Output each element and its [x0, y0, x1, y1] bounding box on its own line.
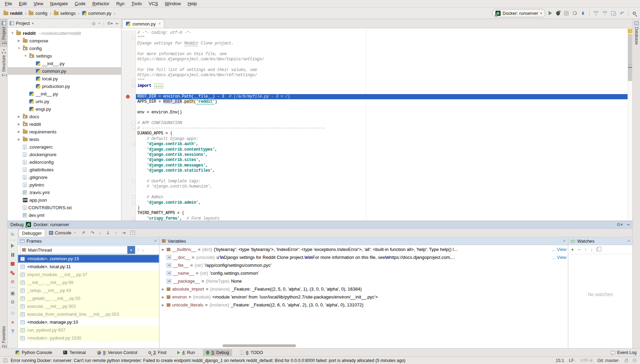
- fold-toggle-icon[interactable]: −: [132, 127, 135, 130]
- code-line[interactable]: − 'django.contrib.auth',: [121, 142, 628, 147]
- chevron-down-icon[interactable]: ▾: [32, 21, 33, 25]
- editor-gutter[interactable]: [121, 115, 136, 120]
- undo-icon[interactable]: ↶: [620, 11, 624, 16]
- editor-gutter[interactable]: [121, 104, 136, 110]
- editor-gutter[interactable]: [121, 110, 136, 115]
- variable-row[interactable]: ▶__builtins__ = {dict}{'bytearray': <typ…: [159, 245, 568, 253]
- tree-item--dockerignore[interactable]: .dockerignore: [8, 151, 121, 158]
- evaluate-expression-icon[interactable]: [130, 231, 135, 235]
- float-panel-icon[interactable]: ↗: [562, 239, 565, 243]
- breakpoint-icon[interactable]: [126, 95, 130, 99]
- editor-gutter[interactable]: [121, 52, 136, 57]
- tab-debugger[interactable]: Debugger: [19, 229, 45, 237]
- frame-row[interactable]: <module>, common.py:15: [18, 255, 159, 263]
- tool-window-button-terminal[interactable]: Terminal: [60, 349, 89, 356]
- variable-row[interactable]: 18__doc__ = {unicode}u'\nDjango settings…: [159, 253, 568, 261]
- tree-item--pylintrc[interactable]: .pylintrc: [8, 181, 121, 189]
- menu-item-edit[interactable]: Edit: [16, 0, 30, 7]
- variable-row[interactable]: ▶absolute_import = {instance}_Feature: _…: [159, 285, 568, 293]
- breadcrumb-item-config[interactable]: config: [28, 10, 48, 16]
- breadcrumb-item-common.py[interactable]: common.py: [81, 10, 112, 16]
- menu-item-vcs[interactable]: VCS: [145, 0, 161, 7]
- tree-item-compose[interactable]: ▶compose: [8, 37, 121, 44]
- frame-row[interactable]: execute, __init__.py:302: [18, 302, 159, 310]
- code-line[interactable]: [121, 89, 628, 94]
- code-line[interactable]: # Default Django apps:: [121, 136, 628, 142]
- breadcrumb-item-reddit[interactable]: reddit: [3, 10, 23, 16]
- editor-gutter[interactable]: [121, 184, 136, 189]
- local-history-icon[interactable]: [611, 11, 616, 15]
- tree-item-app-json[interactable]: JSONapp.json: [8, 196, 121, 204]
- editor-gutter[interactable]: [121, 41, 136, 46]
- menu-item-view[interactable]: View: [30, 0, 47, 7]
- editor-gutter[interactable]: [121, 147, 136, 152]
- editor-gutter[interactable]: −: [121, 121, 136, 126]
- restore-layout-icon[interactable]: ▣: [8, 289, 18, 297]
- code-line[interactable]: − # Useful template tags:: [121, 179, 628, 184]
- caret-position[interactable]: 15:1: [556, 358, 564, 363]
- code-line[interactable]: − 'django.contrib.admin',: [121, 200, 628, 205]
- lock-icon[interactable]: [625, 360, 628, 362]
- menu-item-window[interactable]: Window: [161, 0, 184, 7]
- editor-gutter[interactable]: −: [121, 216, 136, 221]
- menu-item-run[interactable]: Run: [113, 0, 128, 7]
- profiler-icon[interactable]: [573, 11, 577, 15]
- tool-window-toggle-icon[interactable]: [3, 358, 7, 362]
- editor-gutter[interactable]: [121, 136, 136, 142]
- status-error-message[interactable]: Error running Docker: runserver: Can't r…: [11, 358, 405, 363]
- gear-icon[interactable]: ⚙▾: [617, 222, 623, 227]
- editor-gutter[interactable]: −: [121, 200, 136, 205]
- step-into-icon[interactable]: ↓: [97, 230, 104, 235]
- highlighting-level-icon[interactable]: [633, 358, 637, 362]
- locate-icon[interactable]: ◎: [92, 21, 95, 26]
- code-line[interactable]: For more information on this file, see: [121, 52, 628, 57]
- vcs-commit-icon[interactable]: VCS↑: [602, 11, 607, 15]
- code-line[interactable]: THIRD_PARTY_APPS = (: [121, 211, 628, 216]
- expand-icon[interactable]: ▶: [17, 130, 21, 133]
- tree-item-CONTRIBUTORS-txt[interactable]: CONTRIBUTORS.txt: [8, 204, 121, 211]
- editor-gutter[interactable]: [121, 174, 136, 179]
- stop-icon[interactable]: [8, 259, 18, 268]
- tree-item-wsgi-py[interactable]: wsgi.py: [8, 105, 121, 113]
- frame-row[interactable]: __init__, __init__.py:99: [18, 279, 159, 286]
- expand-icon[interactable]: ▶: [17, 138, 21, 141]
- tree-item--gitattributes[interactable]: .gitattributes: [8, 166, 121, 173]
- fold-toggle-icon[interactable]: −: [132, 121, 135, 125]
- code-line[interactable]: env = environ.Env(): [121, 110, 628, 115]
- tree-item-settings[interactable]: ▼settings: [8, 52, 121, 60]
- move-up-icon[interactable]: ↑: [584, 247, 587, 252]
- expand-icon[interactable]: ▶: [161, 303, 165, 307]
- fold-toggle-icon[interactable]: −: [132, 195, 135, 199]
- tool-window-button-python-console[interactable]: Python Console: [12, 349, 55, 356]
- expand-icon[interactable]: ▶: [161, 295, 165, 299]
- editor-gutter[interactable]: [121, 89, 136, 94]
- scrollbar-thumb[interactable]: [628, 34, 632, 81]
- debug-icon[interactable]: [556, 11, 560, 16]
- editor-gutter[interactable]: [121, 99, 136, 104]
- code-line[interactable]: [121, 62, 628, 67]
- tool-window-button-3-find[interactable]: 3: Find: [145, 349, 169, 356]
- editor-gutter[interactable]: [121, 163, 136, 168]
- menu-item-file[interactable]: File: [1, 0, 16, 7]
- code-line[interactable]: # -*- coding: utf-8 -*-: [121, 30, 628, 36]
- code-area[interactable]: # -*- coding: utf-8 -*-−"""Django settin…: [121, 30, 628, 221]
- tree-item-urls-py[interactable]: urls.py: [8, 98, 121, 105]
- code-line[interactable]: −""": [121, 78, 628, 83]
- run-to-cursor-icon[interactable]: ⇥: [120, 230, 128, 235]
- search-icon[interactable]: [633, 12, 636, 15]
- tree-item-common-py[interactable]: common.py: [8, 67, 121, 75]
- tree-item--gitignore[interactable]: .gitignore: [8, 173, 121, 181]
- event-log-button[interactable]: Event Log: [617, 350, 637, 355]
- editor-gutter[interactable]: [121, 168, 136, 173]
- expand-icon[interactable]: ▶: [17, 115, 21, 118]
- view-breakpoints-icon[interactable]: [8, 268, 18, 277]
- collapse-icon[interactable]: ▼: [10, 31, 14, 35]
- tree-item--coveragerc[interactable]: .coveragerc: [8, 143, 121, 151]
- menu-item-help[interactable]: Help: [184, 0, 200, 7]
- show-execution-point-icon[interactable]: ↱: [80, 230, 88, 235]
- expand-icon[interactable]: ▶: [17, 122, 21, 126]
- expand-icon[interactable]: ▶: [17, 39, 21, 42]
- variable-row[interactable]: ▶environ = {module}<module 'environ' fro…: [159, 293, 568, 301]
- horizontal-scrollbar-thumb[interactable]: [223, 344, 296, 347]
- previous-frame-icon[interactable]: ↑: [137, 247, 140, 253]
